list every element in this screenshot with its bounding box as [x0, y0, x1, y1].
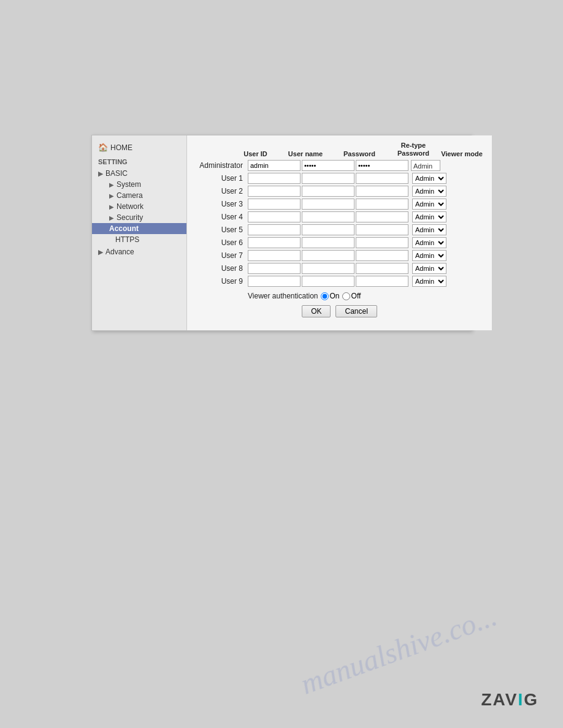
- user-2-viewer-mode-select[interactable]: Admin Viewer: [412, 186, 446, 197]
- main-content: User ID User name Password Re-typePasswo…: [187, 135, 492, 330]
- user-5-label: User 5: [196, 226, 248, 234]
- admin-viewer-mode: Admin: [411, 160, 440, 171]
- user-row-9: User 9 Admin Viewer: [196, 276, 483, 287]
- user-6-label: User 6: [196, 238, 248, 247]
- sidebar-home[interactable]: 🏠 HOME: [92, 140, 186, 157]
- security-label: Security: [117, 213, 143, 222]
- user-3-viewer-mode-select[interactable]: Admin Viewer: [412, 199, 446, 210]
- user-5-username-input[interactable]: [248, 224, 301, 235]
- admin-password-input[interactable]: [302, 160, 354, 171]
- sidebar-subitem-account[interactable]: Account: [92, 223, 186, 234]
- user-7-username-input[interactable]: [248, 250, 301, 261]
- user-rows-container: User 1 Admin Viewer User 2 Admin Viewer: [196, 173, 483, 287]
- radio-off-label: Off: [351, 292, 361, 300]
- user-3-retype-input[interactable]: [356, 199, 408, 210]
- user-9-username-input[interactable]: [248, 276, 301, 287]
- user-9-label: User 9: [196, 277, 248, 286]
- basic-group-header[interactable]: ▶ BASIC: [92, 168, 186, 179]
- ok-button[interactable]: OK: [302, 305, 331, 317]
- user-7-viewer-mode-select[interactable]: Admin Viewer: [412, 250, 446, 261]
- table-header: User ID User name Password Re-typePasswo…: [196, 142, 483, 157]
- user-1-retype-input[interactable]: [356, 173, 408, 184]
- col-username-header: User name: [278, 150, 332, 157]
- user-1-username-input[interactable]: [248, 173, 301, 184]
- user-9-viewer-mode-container: Admin Viewer: [411, 276, 446, 287]
- user-6-viewer-mode-select[interactable]: Admin Viewer: [412, 237, 446, 248]
- logo-text-2: G: [524, 690, 538, 709]
- radio-off-option: Off: [342, 292, 361, 300]
- user-4-username-input[interactable]: [248, 211, 301, 222]
- user-6-password-input[interactable]: [302, 237, 354, 248]
- admin-username-input[interactable]: [248, 160, 301, 171]
- user-5-retype-input[interactable]: [356, 224, 408, 235]
- user-9-viewer-mode-select[interactable]: Admin Viewer: [412, 276, 446, 287]
- user-row-6: User 6 Admin Viewer: [196, 237, 483, 248]
- user-7-retype-input[interactable]: [356, 250, 408, 261]
- user-1-password-input[interactable]: [302, 173, 354, 184]
- user-row-4: User 4 Admin Viewer: [196, 211, 483, 222]
- https-label: HTTPS: [115, 235, 139, 244]
- radio-on-label: On: [330, 292, 340, 300]
- sidebar-item-advance[interactable]: ▶ Advance: [92, 246, 186, 257]
- user-1-viewer-mode-select[interactable]: Admin Viewer: [412, 173, 446, 184]
- user-row-7: User 7 Admin Viewer: [196, 250, 483, 261]
- user-4-viewer-mode-select[interactable]: Admin Viewer: [412, 211, 446, 222]
- user-8-password-input[interactable]: [302, 263, 354, 274]
- user-6-viewer-mode-container: Admin Viewer: [411, 237, 446, 248]
- col-viewermode-header: Viewer mode: [440, 150, 483, 157]
- user-3-password-input[interactable]: [302, 199, 354, 210]
- col-password-header: Password: [332, 150, 386, 157]
- user-2-label: User 2: [196, 187, 248, 195]
- user-3-username-input[interactable]: [248, 199, 301, 210]
- sidebar-item-camera[interactable]: ▶ Camera: [92, 190, 186, 201]
- account-label: Account: [109, 224, 139, 233]
- user-4-password-input[interactable]: [302, 211, 354, 222]
- user-7-label: User 7: [196, 251, 248, 260]
- viewer-auth-label: Viewer authentication: [248, 292, 318, 300]
- user-2-username-input[interactable]: [248, 186, 301, 197]
- basic-group: ▶ BASIC ▶ System ▶ Camera ▶ Network ▶ Se…: [92, 168, 186, 245]
- user-8-viewer-mode-select[interactable]: Admin Viewer: [412, 263, 446, 274]
- sidebar-subitem-https[interactable]: HTTPS: [92, 234, 186, 245]
- user-row-3: User 3 Admin Viewer: [196, 199, 483, 210]
- user-2-retype-input[interactable]: [356, 186, 408, 197]
- user-2-password-input[interactable]: [302, 186, 354, 197]
- user-5-viewer-mode-select[interactable]: Admin Viewer: [412, 224, 446, 235]
- security-icon: ▶: [109, 214, 114, 221]
- advance-icon: ▶: [98, 248, 103, 256]
- zavio-logo: ZAVIG: [481, 690, 538, 710]
- user-8-retype-input[interactable]: [356, 263, 408, 274]
- user-5-viewer-mode-container: Admin Viewer: [411, 224, 446, 235]
- radio-on-input[interactable]: [321, 292, 329, 300]
- basic-expand-icon: ▶: [98, 170, 103, 178]
- sidebar-item-network[interactable]: ▶ Network: [92, 201, 186, 212]
- cancel-button[interactable]: Cancel: [335, 305, 377, 317]
- user-row-1: User 1 Admin Viewer: [196, 173, 483, 184]
- camera-label: Camera: [117, 191, 143, 200]
- admin-label: Administrator: [196, 161, 248, 170]
- user-3-viewer-mode-container: Admin Viewer: [411, 199, 446, 210]
- user-9-retype-input[interactable]: [356, 276, 408, 287]
- user-4-retype-input[interactable]: [356, 211, 408, 222]
- sidebar-item-security[interactable]: ▶ Security: [92, 212, 186, 223]
- user-row-8: User 8 Admin Viewer: [196, 263, 483, 274]
- watermark: manualshive.co...: [296, 599, 501, 701]
- user-7-password-input[interactable]: [302, 250, 354, 261]
- user-8-viewer-mode-container: Admin Viewer: [411, 263, 446, 274]
- user-9-password-input[interactable]: [302, 276, 354, 287]
- system-label: System: [117, 180, 141, 189]
- network-icon: ▶: [109, 203, 114, 210]
- user-6-username-input[interactable]: [248, 237, 301, 248]
- advance-label: Advance: [105, 248, 134, 256]
- sidebar-item-system[interactable]: ▶ System: [92, 179, 186, 190]
- user-8-username-input[interactable]: [248, 263, 301, 274]
- user-5-password-input[interactable]: [302, 224, 354, 235]
- user-4-viewer-mode-container: Admin Viewer: [411, 211, 446, 222]
- admin-retype-input[interactable]: [356, 160, 408, 171]
- logo-icon: I: [518, 690, 524, 709]
- user-6-retype-input[interactable]: [356, 237, 408, 248]
- network-label: Network: [117, 202, 144, 211]
- logo-text: ZAV: [481, 690, 518, 709]
- camera-icon: ▶: [109, 192, 114, 199]
- radio-off-input[interactable]: [342, 292, 350, 300]
